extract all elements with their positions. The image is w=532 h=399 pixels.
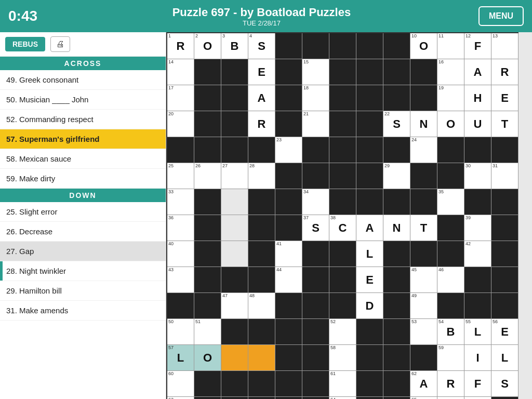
grid-cell[interactable]: T [410,215,437,241]
grid-cell[interactable]: U [464,111,491,137]
grid-cell[interactable] [221,345,248,371]
grid-cell[interactable]: 39 [464,215,491,241]
grid-cell[interactable]: 40 [167,241,194,267]
grid-cell[interactable]: 42 [464,241,491,267]
grid-cell[interactable]: R [437,371,464,397]
grid-cell[interactable]: 21 [302,111,329,137]
grid-cell[interactable]: T [491,111,518,137]
grid-cell[interactable]: 56E [491,319,518,345]
grid-cell[interactable]: 46 [437,267,464,293]
clue-across-59[interactable]: 59. Make dirty [0,169,166,189]
clue-across-50[interactable]: 50. Musician ____ John [0,90,166,110]
grid-cell[interactable]: 51 [194,319,221,345]
grid-cell[interactable]: N [383,215,410,241]
grid-cell[interactable]: 27 [221,163,248,189]
grid-cell[interactable]: L [356,241,383,267]
grid-cell[interactable]: A [356,215,383,241]
grid-cell[interactable]: 2O [194,33,221,59]
grid-cell[interactable]: I [464,345,491,371]
clue-down-28[interactable]: 28. Night twinkler [0,261,166,281]
grid-cell[interactable]: 20 [167,111,194,137]
grid-cell[interactable]: O [437,111,464,137]
clue-across-49[interactable]: 49. Greek consonant [0,70,166,90]
grid-cell[interactable]: A [248,85,275,111]
grid-cell[interactable]: 57L [167,345,194,371]
grid-cell[interactable] [221,215,248,241]
grid-cell[interactable]: 52 [329,319,356,345]
grid-cell[interactable]: 55L [464,319,491,345]
clue-down-31[interactable]: 31. Make amends [0,301,166,321]
grid-cell[interactable]: 18 [302,85,329,111]
grid-cell[interactable]: 28 [248,163,275,189]
grid-cell[interactable]: 30 [464,163,491,189]
grid-cell[interactable]: 16 [437,59,464,85]
grid-cell[interactable]: 4S [248,33,275,59]
grid-cell[interactable]: 3B [221,33,248,59]
print-button[interactable]: 🖨 [50,36,70,52]
grid-cell[interactable]: 12F [464,33,491,59]
grid-cell[interactable]: 36 [167,215,194,241]
grid-cell[interactable]: 45 [410,267,437,293]
grid-cell[interactable]: 31 [491,163,518,189]
clue-across-57[interactable]: 57. Superman's girlfriend [0,129,166,149]
grid-cell[interactable]: 60 [167,371,194,397]
grid-cell[interactable]: 24 [410,137,437,163]
menu-button[interactable]: MENU [478,6,524,26]
grid-cell[interactable]: 47 [221,293,248,319]
clue-down-25[interactable]: 25. Slight error [0,202,166,222]
grid-cell[interactable]: 10O [410,33,437,59]
grid-cell[interactable]: 37S [302,215,329,241]
clue-across-52[interactable]: 52. Commanding respect [0,110,166,129]
grid-cell[interactable]: 43 [167,267,194,293]
grid-cell[interactable]: 54B [437,319,464,345]
grid-cell[interactable]: 33 [167,189,194,215]
grid-cell[interactable]: R [248,111,275,137]
grid-cell[interactable]: 29 [383,163,410,189]
grid-cell[interactable]: 26 [194,163,221,189]
grid-cell[interactable]: 15 [302,59,329,85]
grid-cell[interactable]: 58 [329,345,356,371]
grid-cell[interactable]: 50 [167,319,194,345]
grid-cell[interactable]: 61 [329,371,356,397]
grid-cell[interactable]: E [491,85,518,111]
grid-cell[interactable]: 64 [329,397,356,399]
clue-down-27[interactable]: 27. Gap [0,242,166,261]
grid-cell[interactable]: 48 [248,293,275,319]
grid-cell[interactable]: T [437,397,464,399]
grid-cell[interactable]: 38C [329,215,356,241]
grid-cell[interactable]: 35 [437,189,464,215]
grid-cell[interactable] [248,345,275,371]
grid-cell[interactable]: 25 [167,163,194,189]
grid-cell[interactable]: 23 [275,137,302,163]
grid-cell[interactable]: 11 [437,33,464,59]
grid-cell[interactable]: 22S [383,111,410,137]
grid-cell[interactable]: E [248,59,275,85]
grid-cell[interactable]: 13 [491,33,518,59]
grid-cell[interactable]: A [464,59,491,85]
grid-cell[interactable]: 17 [167,85,194,111]
grid-cell[interactable]: 49 [410,293,437,319]
grid-cell[interactable]: O [194,345,221,371]
grid-cell[interactable]: 41 [275,241,302,267]
clue-down-29[interactable]: 29. Hamilton bill [0,281,166,301]
grid-cell[interactable]: 1R [167,33,194,59]
grid-cell[interactable]: 14 [167,59,194,85]
grid-cell[interactable]: 63 [167,397,194,399]
grid-cell[interactable]: 62A [410,371,437,397]
grid-cell[interactable]: 53 [410,319,437,345]
grid-cell[interactable]: 34 [302,189,329,215]
grid-cell[interactable]: R [491,59,518,85]
grid-cell[interactable]: 19 [437,85,464,111]
clue-down-26[interactable]: 26. Decrease [0,222,166,242]
grid-cell[interactable]: S [491,371,518,397]
grid-cell[interactable] [221,189,248,215]
grid-cell[interactable]: H [464,85,491,111]
grid-cell[interactable]: L [491,345,518,371]
grid-cell[interactable]: E [464,397,491,399]
clue-across-58[interactable]: 58. Mexican sauce [0,149,166,169]
grid-cell[interactable] [221,241,248,267]
rebus-button[interactable]: REBUS [5,37,45,51]
grid-cell[interactable]: 65E [410,397,437,399]
grid-cell[interactable]: F [464,371,491,397]
grid-cell[interactable]: 59 [437,345,464,371]
